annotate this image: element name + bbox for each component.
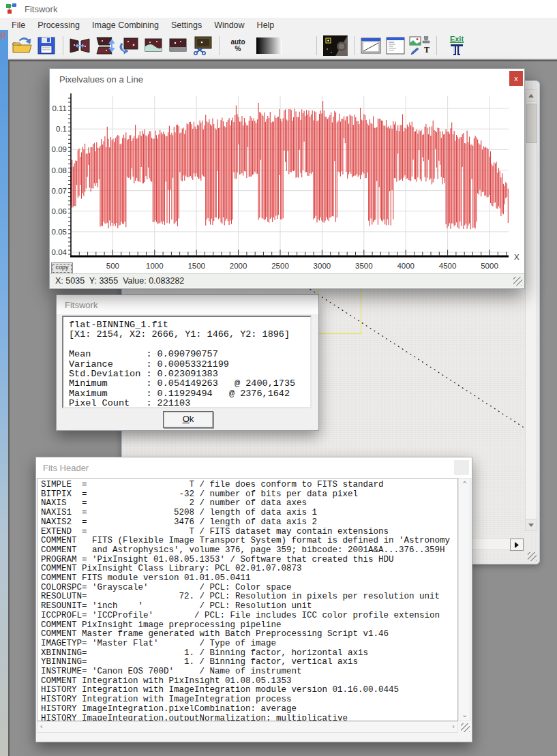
pixelvalues-title: Pixelvalues on a Line — [59, 74, 143, 85]
exit-button[interactable]: Exit — [442, 35, 472, 57]
close-button[interactable] — [454, 460, 469, 475]
chevron-up-icon[interactable]: ⌃ — [462, 480, 468, 489]
toolbar-separator — [316, 36, 317, 55]
crop-button[interactable] — [191, 35, 214, 57]
resize-grip[interactable] — [528, 552, 537, 561]
copy-button[interactable]: copy — [51, 262, 73, 274]
scroll-down-button[interactable] — [526, 519, 537, 530]
fits-header-button[interactable] — [384, 35, 407, 57]
fits-header-titlebar[interactable]: Fits Header — [36, 457, 472, 478]
save-file-button[interactable] — [35, 35, 58, 57]
svg-text:1000: 1000 — [146, 262, 164, 270]
menu-processing[interactable]: Processing — [31, 19, 86, 31]
histogram-icon — [361, 37, 381, 54]
chevron-up-icon — [528, 94, 534, 97]
fits-header-text: SIMPLE = T / file does conform to FITS s… — [37, 479, 457, 721]
statistics-textbox: flat-BINNING_1.fit [X1: 2154, X2: 2666, … — [62, 316, 312, 408]
image-vertical-scrollbar[interactable] — [525, 89, 537, 531]
chevron-left-icon[interactable]: ‹ — [40, 722, 43, 730]
svg-text:500: 500 — [106, 262, 119, 270]
chart-statusbar: X: 5035 Y: 3355 Value: 0.083282 — [50, 273, 524, 288]
menubar: File Processing Image Combining Settings… — [0, 18, 557, 32]
stamp-text-icon: T — [409, 36, 431, 55]
copy-image-icon — [144, 37, 163, 55]
close-button[interactable]: x — [509, 71, 523, 86]
svg-text:0.06: 0.06 — [52, 207, 67, 215]
ok-button[interactable]: Ok — [163, 411, 213, 428]
app-title: Fitswork — [25, 4, 57, 14]
scroll-right-button[interactable] — [510, 539, 524, 551]
svg-text:0.09: 0.09 — [52, 145, 67, 153]
svg-text:4500: 4500 — [439, 262, 457, 270]
svg-text:0.08: 0.08 — [52, 166, 67, 175]
gradient-icon — [256, 37, 282, 54]
mirror-vertical-button[interactable] — [93, 35, 116, 57]
auto-scale-button[interactable]: auto % — [224, 35, 252, 57]
chevron-down-icon[interactable]: ⌄ — [462, 710, 468, 719]
svg-text:2500: 2500 — [271, 262, 289, 270]
svg-text:0.11: 0.11 — [52, 104, 67, 112]
paste-image-button[interactable] — [166, 35, 190, 57]
annotate-button[interactable]: T — [408, 35, 432, 57]
app-titlebar[interactable]: Fitswork — [0, 0, 557, 18]
rotate-image-icon — [119, 37, 139, 55]
svg-text:2000: 2000 — [230, 262, 247, 270]
open-file-button[interactable] — [10, 35, 33, 57]
statistics-title: Fitswork — [65, 300, 97, 310]
svg-text:X: X — [514, 253, 520, 261]
histogram-button[interactable] — [359, 35, 382, 57]
close-icon: x — [514, 74, 518, 82]
selection-rectangle — [318, 287, 361, 334]
fits-header-title: Fits Header — [43, 463, 89, 473]
cursor-readout: X: 5035 Y: 3355 Value: 0.083282 — [55, 276, 184, 286]
chevron-right-icon[interactable]: › — [452, 722, 455, 730]
svg-text:0.05: 0.05 — [52, 228, 67, 236]
mirror-horizontal-icon — [70, 37, 90, 55]
pixelvalues-titlebar[interactable]: Pixelvalues on a Line — [50, 69, 524, 89]
pixelvalues-dialog: Pixelvalues on a Line x 0.040.050.060.07… — [49, 68, 525, 289]
auto-percent-icon: auto % — [230, 39, 245, 52]
scrollbar-thumb[interactable] — [526, 104, 537, 143]
desktop-label-fragment: P — [1, 31, 6, 41]
pixel-values-chart: 0.040.050.060.070.080.090.10.11500100015… — [50, 89, 524, 273]
resize-grip[interactable] — [461, 723, 470, 732]
desktop-background — [0, 30, 8, 756]
menu-settings[interactable]: Settings — [165, 19, 208, 31]
statistics-dialog: Fitswork flat-BINNING_1.fit [X1: 2154, X… — [56, 294, 319, 431]
svg-text:0.04: 0.04 — [52, 248, 67, 256]
arrow-right-icon — [515, 542, 519, 548]
menu-window[interactable]: Window — [208, 19, 250, 31]
toolbar-separator — [63, 36, 63, 55]
copy-image-button[interactable] — [142, 35, 165, 57]
header-list-icon — [386, 37, 405, 55]
app-icon — [6, 3, 17, 14]
svg-text:3000: 3000 — [314, 262, 331, 270]
mirror-horizontal-button[interactable] — [68, 35, 91, 57]
svg-text:3500: 3500 — [355, 262, 373, 270]
open-folder-icon — [12, 37, 32, 55]
resize-grip[interactable] — [513, 277, 522, 286]
rotate-image-button[interactable] — [117, 35, 140, 57]
menu-file[interactable]: File — [5, 19, 31, 31]
statistics-titlebar[interactable]: Fitswork — [57, 295, 318, 314]
star-detect-button[interactable] — [322, 35, 349, 57]
toolbar-separator — [219, 36, 220, 55]
fits-vertical-scrollbar[interactable]: ⌃ ⌄ — [458, 478, 470, 721]
svg-text:4000: 4000 — [397, 262, 415, 270]
menu-image-combining[interactable]: Image Combining — [86, 19, 165, 31]
fits-horizontal-scrollbar[interactable]: ‹ › — [37, 721, 458, 733]
exit-label: Exit — [449, 35, 464, 43]
statistics-text: flat-BINNING_1.fit [X1: 2154, X2: 2666, … — [63, 317, 310, 408]
mirror-vertical-icon — [94, 37, 115, 55]
svg-text:0.1: 0.1 — [56, 125, 67, 133]
scroll-up-button[interactable] — [526, 90, 537, 102]
star-detect-icon — [323, 35, 348, 56]
gradient-button[interactable] — [253, 35, 286, 57]
svg-text:T: T — [424, 45, 430, 55]
floppy-disk-icon — [37, 37, 55, 55]
toolbar: auto % — [0, 32, 557, 59]
menu-help[interactable]: Help — [251, 19, 281, 31]
paste-image-icon — [168, 37, 187, 55]
fits-header-text-area[interactable]: SIMPLE = T / file does conform to FITS s… — [37, 478, 458, 721]
toolbar-separator — [436, 36, 437, 55]
